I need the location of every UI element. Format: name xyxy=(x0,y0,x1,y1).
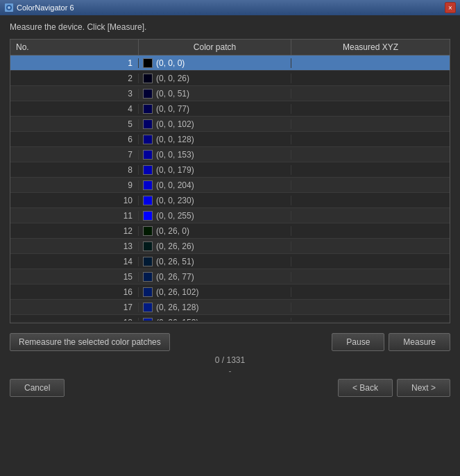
cell-color-patch: (0, 0, 77) xyxy=(139,104,291,114)
table-body[interactable]: 1(0, 0, 0)2(0, 0, 26)3(0, 0, 51)4(0, 0, … xyxy=(10,56,450,321)
color-swatch xyxy=(143,272,153,282)
app-icon xyxy=(4,3,14,12)
table-row[interactable]: 3(0, 0, 51) xyxy=(10,86,450,101)
table-row[interactable]: 16(0, 26, 102) xyxy=(10,284,450,300)
color-swatch xyxy=(143,257,153,266)
color-swatch xyxy=(143,241,153,251)
table-row[interactable]: 17(0, 26, 128) xyxy=(10,300,450,315)
button-row-2: Cancel < Back Next > xyxy=(10,379,450,397)
color-label: (0, 26, 153) xyxy=(156,318,198,321)
color-swatch xyxy=(143,89,153,99)
color-swatch xyxy=(143,104,153,114)
color-swatch xyxy=(143,287,153,297)
color-label: (0, 0, 255) xyxy=(156,211,194,221)
color-swatch xyxy=(143,150,153,160)
color-swatch xyxy=(143,211,153,221)
back-button[interactable]: < Back xyxy=(338,379,393,397)
progress-text: 0 / 1331 xyxy=(10,355,450,365)
cell-row-number: 18 xyxy=(10,318,139,321)
cell-row-number: 4 xyxy=(10,104,139,114)
cell-row-number: 14 xyxy=(10,257,139,266)
cell-color-patch: (0, 0, 230) xyxy=(139,196,291,205)
color-label: (0, 0, 0) xyxy=(156,58,185,68)
cell-row-number: 2 xyxy=(10,74,139,83)
cell-row-number: 7 xyxy=(10,150,139,160)
color-swatch xyxy=(143,196,153,205)
color-swatch xyxy=(143,119,153,129)
measure-button[interactable]: Measure xyxy=(389,333,450,351)
cell-row-number: 1 xyxy=(10,58,139,68)
table-row[interactable]: 10(0, 0, 230) xyxy=(10,193,450,208)
cell-color-patch: (0, 0, 179) xyxy=(139,165,291,175)
table-row[interactable]: 5(0, 0, 102) xyxy=(10,117,450,132)
header-no: No. xyxy=(10,40,139,55)
color-label: (0, 0, 128) xyxy=(156,135,194,144)
app-title: ColorNavigator 6 xyxy=(17,3,74,12)
cell-color-patch: (0, 26, 26) xyxy=(139,241,291,251)
color-table: No. Color patch Measured XYZ 1(0, 0, 0)2… xyxy=(10,39,450,323)
cell-color-patch: (0, 26, 102) xyxy=(139,287,291,297)
table-row[interactable]: 14(0, 26, 51) xyxy=(10,254,450,269)
color-label: (0, 0, 153) xyxy=(156,150,194,160)
button-row-1: Remeasure the selected color patches Pau… xyxy=(10,333,450,351)
cell-color-patch: (0, 0, 102) xyxy=(139,119,291,129)
color-swatch xyxy=(143,74,153,83)
table-row[interactable]: 11(0, 0, 255) xyxy=(10,208,450,223)
cell-row-number: 17 xyxy=(10,303,139,312)
color-swatch xyxy=(143,303,153,312)
pause-button[interactable]: Pause xyxy=(332,333,384,351)
color-label: (0, 0, 179) xyxy=(156,165,194,175)
color-swatch xyxy=(143,226,153,236)
cell-row-number: 6 xyxy=(10,135,139,144)
cell-color-patch: (0, 26, 128) xyxy=(139,303,291,312)
cell-row-number: 5 xyxy=(10,119,139,129)
color-label: (0, 26, 102) xyxy=(156,287,198,297)
instruction-text: Measure the device. Click [Measure]. xyxy=(10,22,450,32)
cell-row-number: 15 xyxy=(10,272,139,282)
title-bar: ColorNavigator 6 × xyxy=(0,0,460,15)
color-label: (0, 0, 26) xyxy=(156,74,189,83)
table-row[interactable]: 7(0, 0, 153) xyxy=(10,147,450,162)
color-label: (0, 0, 51) xyxy=(156,89,189,99)
color-swatch xyxy=(143,180,153,190)
cell-color-patch: (0, 26, 0) xyxy=(139,226,291,236)
cell-row-number: 3 xyxy=(10,89,139,99)
bottom-section: Remeasure the selected color patches Pau… xyxy=(0,329,460,397)
cell-color-patch: (0, 26, 77) xyxy=(139,272,291,282)
table-row[interactable]: 1(0, 0, 0) xyxy=(10,56,450,71)
table-row[interactable]: 12(0, 26, 0) xyxy=(10,223,450,239)
color-label: (0, 26, 77) xyxy=(156,272,194,282)
cell-row-number: 9 xyxy=(10,180,139,190)
table-row[interactable]: 18(0, 26, 153) xyxy=(10,315,450,321)
progress-section: 0 / 1331 - xyxy=(10,355,450,376)
header-measured-xyz: Measured XYZ xyxy=(291,40,450,55)
cell-row-number: 11 xyxy=(10,211,139,221)
cell-color-patch: (0, 0, 255) xyxy=(139,211,291,221)
cell-color-patch: (0, 0, 204) xyxy=(139,180,291,190)
color-label: (0, 26, 26) xyxy=(156,241,194,251)
color-label: (0, 0, 102) xyxy=(156,119,194,129)
table-row[interactable]: 4(0, 0, 77) xyxy=(10,101,450,117)
cell-row-number: 8 xyxy=(10,165,139,175)
close-button[interactable]: × xyxy=(445,2,456,13)
table-row[interactable]: 13(0, 26, 26) xyxy=(10,239,450,254)
remeasure-button[interactable]: Remeasure the selected color patches xyxy=(10,333,170,351)
table-row[interactable]: 6(0, 0, 128) xyxy=(10,132,450,147)
table-row[interactable]: 2(0, 0, 26) xyxy=(10,71,450,86)
table-row[interactable]: 8(0, 0, 179) xyxy=(10,162,450,178)
color-label: (0, 26, 128) xyxy=(156,303,198,312)
header-color-patch: Color patch xyxy=(139,40,291,55)
color-label: (0, 0, 230) xyxy=(156,196,194,205)
progress-dash: - xyxy=(10,366,450,376)
cancel-button[interactable]: Cancel xyxy=(10,379,65,397)
color-swatch xyxy=(143,165,153,175)
cell-color-patch: (0, 0, 128) xyxy=(139,135,291,144)
cell-row-number: 13 xyxy=(10,241,139,251)
table-header: No. Color patch Measured XYZ xyxy=(10,40,450,56)
next-button[interactable]: Next > xyxy=(397,379,450,397)
table-row[interactable]: 9(0, 0, 204) xyxy=(10,178,450,193)
cell-color-patch: (0, 26, 51) xyxy=(139,257,291,266)
color-swatch xyxy=(143,135,153,144)
table-row[interactable]: 15(0, 26, 77) xyxy=(10,269,450,284)
cell-color-patch: (0, 0, 26) xyxy=(139,74,291,83)
